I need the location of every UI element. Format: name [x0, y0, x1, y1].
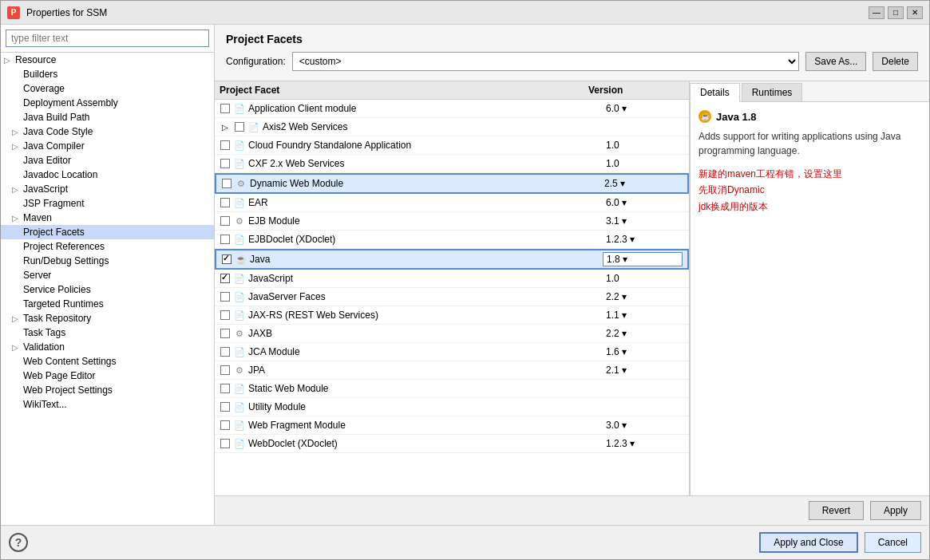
tree-label: Project References: [23, 241, 105, 252]
page-icon: 📄: [232, 138, 247, 152]
page-icon: 📄: [232, 345, 247, 359]
checkbox-icon: [235, 122, 244, 132]
facet-row-jpa[interactable]: ⚙ JPA 2.1 ▾: [215, 361, 689, 380]
facet-row-jaxb[interactable]: ⚙ JAXB 2.2 ▾: [215, 325, 689, 343]
facet-row-web-fragment[interactable]: 📄 Web Fragment Module 3.0 ▾: [215, 416, 689, 435]
tree-item-task-tags[interactable]: Task Tags: [1, 325, 214, 340]
footer-bar: ? Apply and Close Cancel: [1, 525, 929, 559]
minimize-button[interactable]: —: [869, 6, 884, 19]
delete-button[interactable]: Delete: [873, 52, 918, 71]
facet-row-axis2[interactable]: ▷ 📄 Axis2 Web Services: [215, 118, 689, 136]
java-description: Adds support for writing applications us…: [698, 129, 921, 158]
facet-row-ear[interactable]: 📄 EAR 6.0 ▾: [215, 194, 689, 212]
facet-row-ejb-module[interactable]: ⚙ EJB Module 3.1 ▾: [215, 212, 689, 231]
configuration-select[interactable]: <custom>: [292, 52, 800, 71]
revert-button[interactable]: Revert: [809, 501, 864, 520]
tree-item-builders[interactable]: Builders: [1, 67, 214, 81]
facet-table: Project Facet Version 📄 Application Clie…: [215, 81, 690, 495]
tree-item-web-project-settings[interactable]: Web Project Settings: [1, 383, 214, 397]
tree-item-javadoc-location[interactable]: Javadoc Location: [1, 168, 214, 182]
checkbox-jaxb[interactable]: [218, 329, 232, 338]
page-icon: 📄: [232, 195, 247, 210]
tree-item-coverage[interactable]: Coverage: [1, 81, 214, 96]
facet-row-dynamic-web[interactable]: ⚙ Dynamic Web Module 2.5 ▾: [215, 173, 689, 194]
checkbox-dynamic-web[interactable]: [220, 179, 234, 188]
tree-item-jsp-fragment[interactable]: JSP Fragment: [1, 196, 214, 211]
right-header: Project Facets Configuration: <custom> S…: [215, 25, 929, 81]
tree-item-java-build-path[interactable]: Java Build Path: [1, 110, 214, 124]
tree-item-javascript[interactable]: ▷ JavaScript: [1, 182, 214, 196]
tree-item-web-page-editor[interactable]: Web Page Editor: [1, 369, 214, 383]
java-note-line3: jdk换成用的版本: [698, 199, 921, 215]
tree-item-web-content-settings[interactable]: Web Content Settings: [1, 354, 214, 369]
checkbox-jca[interactable]: [218, 347, 232, 357]
tree-label: Validation: [23, 341, 65, 353]
app-icon: P: [7, 6, 20, 19]
checkbox-cxf[interactable]: [218, 159, 232, 168]
tree-item-deployment-assembly[interactable]: Deployment Assembly: [1, 96, 214, 110]
tree-item-task-repository[interactable]: ▷ Task Repository: [1, 311, 214, 325]
facet-row-ejbdoclet[interactable]: 📄 EJBDoclet (XDoclet) 1.2.3 ▾: [215, 231, 689, 249]
facet-row-static-web[interactable]: 📄 Static Web Module: [215, 380, 689, 398]
tab-runtimes[interactable]: Runtimes: [742, 83, 803, 101]
tree-label: Maven: [23, 212, 52, 223]
checkbox-ejbdoclet[interactable]: [218, 235, 232, 244]
tree-item-java-editor[interactable]: Java Editor: [1, 153, 214, 168]
tree-item-maven[interactable]: ▷ Maven: [1, 211, 214, 225]
help-icon[interactable]: ?: [9, 533, 28, 552]
filter-input[interactable]: [6, 30, 209, 47]
checkbox-java[interactable]: ✓: [220, 254, 234, 264]
apply-button[interactable]: Apply: [870, 501, 921, 520]
tree-item-wikitext[interactable]: WikiText...: [1, 397, 214, 412]
facet-row-utility-module[interactable]: 📄 Utility Module: [215, 398, 689, 416]
facet-version: 1.6 ▾: [606, 346, 686, 357]
tree-item-service-policies[interactable]: Service Policies: [1, 282, 214, 297]
tree-label: JavaScript: [23, 183, 68, 195]
checkbox-jpa[interactable]: [218, 365, 232, 375]
tree-item-project-references[interactable]: Project References: [1, 239, 214, 254]
tree-item-project-facets[interactable]: Project Facets: [1, 225, 214, 239]
save-as-button[interactable]: Save As...: [805, 52, 866, 71]
checkbox-axis2[interactable]: [232, 122, 247, 132]
facet-row-jsf[interactable]: 📄 JavaServer Faces 2.2 ▾: [215, 288, 689, 306]
checkbox-app-client[interactable]: [218, 104, 232, 113]
facet-row-cxf[interactable]: 📄 CXF 2.x Web Services 1.0: [215, 155, 689, 173]
panel-title: Project Facets: [226, 33, 918, 45]
tree-item-resource[interactable]: ▷ Resource: [1, 53, 214, 67]
tree-item-server[interactable]: Server: [1, 268, 214, 282]
java-note: 新建的maven工程有错，设置这里 先取消Dynamic jdk换成用的版本: [698, 166, 921, 215]
maximize-button[interactable]: □: [888, 6, 904, 19]
close-button[interactable]: ✕: [907, 6, 923, 19]
facet-row-javascript[interactable]: ✓ 📄 JavaScript 1.0: [215, 270, 689, 288]
checkbox-ejb-module[interactable]: [218, 216, 232, 226]
tree-item-targeted-runtimes[interactable]: Targeted Runtimes: [1, 297, 214, 311]
checkbox-jsf[interactable]: [218, 292, 232, 302]
tab-details[interactable]: Details: [690, 83, 740, 102]
checkbox-cloud-foundry[interactable]: [218, 140, 232, 150]
checkbox-web-fragment[interactable]: [218, 420, 232, 430]
checkbox-static-web[interactable]: [218, 384, 232, 393]
tree-item-validation[interactable]: ▷ Validation: [1, 340, 214, 354]
apply-and-close-button[interactable]: Apply and Close: [759, 532, 857, 553]
header-version: Version: [588, 85, 684, 96]
tree-label: JSP Fragment: [23, 198, 84, 209]
checkbox-webdoclet[interactable]: [218, 439, 232, 448]
facet-name: Cloud Foundry Standalone Application: [248, 140, 606, 151]
facet-row-java[interactable]: ✓ ☕ Java 1.8 ▾: [215, 249, 689, 270]
facet-row-jaxrs[interactable]: 📄 JAX-RS (REST Web Services) 1.1 ▾: [215, 306, 689, 325]
checkbox-utility[interactable]: [218, 402, 232, 412]
expand-axis2[interactable]: ▷: [218, 123, 232, 132]
checkbox-jaxrs[interactable]: [218, 310, 232, 320]
facet-row-app-client[interactable]: 📄 Application Client module 6.0 ▾: [215, 100, 689, 118]
checkbox-ear[interactable]: [218, 198, 232, 207]
cancel-button[interactable]: Cancel: [865, 532, 921, 553]
tree-item-java-compiler[interactable]: ▷ Java Compiler: [1, 139, 214, 153]
tree-item-run-debug-settings[interactable]: Run/Debug Settings: [1, 254, 214, 268]
facet-row-jca[interactable]: 📄 JCA Module 1.6 ▾: [215, 343, 689, 361]
checkbox-javascript[interactable]: ✓: [218, 274, 232, 283]
tree-item-java-code-style[interactable]: ▷ Java Code Style: [1, 124, 214, 139]
facet-row-cloud-foundry[interactable]: 📄 Cloud Foundry Standalone Application 1…: [215, 136, 689, 155]
facet-row-webdoclet[interactable]: 📄 WebDoclet (XDoclet) 1.2.3 ▾: [215, 435, 689, 453]
tree-label: Java Compiler: [23, 140, 85, 152]
footer-buttons: Apply and Close Cancel: [759, 532, 921, 553]
